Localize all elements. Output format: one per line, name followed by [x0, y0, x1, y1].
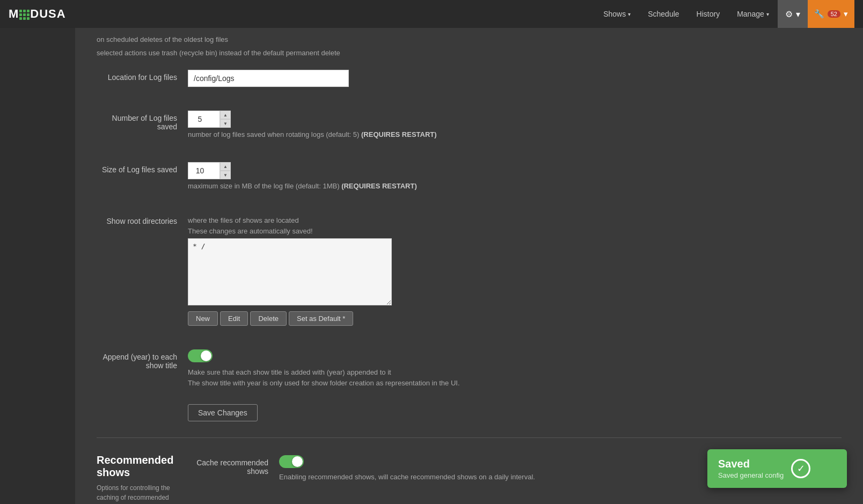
tools-caret: ▾ — [844, 9, 848, 19]
nav-history-label: History — [697, 10, 720, 18]
nav-schedule-label: Schedule — [648, 10, 679, 18]
num-log-files-control: ▲ ▼ number of log files saved when rotat… — [188, 111, 842, 138]
recommended-title: Recommended shows — [97, 454, 177, 479]
top-descriptions: on scheduled deletes of the oldest log f… — [97, 28, 842, 58]
size-log-files-help: maximum size in MB of the log file (defa… — [188, 182, 842, 190]
size-log-help-bold: (REQUIRES RESTART) — [341, 182, 417, 190]
spinner-down[interactable]: ▼ — [220, 119, 231, 128]
num-log-files-wrap: ▲ ▼ — [188, 111, 842, 128]
nav-history[interactable]: History — [688, 0, 729, 28]
cache-recommended-toggle[interactable] — [279, 455, 304, 468]
num-log-help-bold: (REQUIRES RESTART) — [361, 130, 437, 138]
gear-button[interactable]: ⚙ ▾ — [778, 0, 808, 28]
show-root-btn-group: New Edit Delete Set as Default * — [188, 311, 842, 326]
logo-dot-grid — [19, 10, 30, 20]
shows-caret: ▾ — [628, 11, 631, 17]
toast-notification: Saved Saved general config ✓ — [707, 449, 847, 488]
cache-toggle-track — [279, 455, 304, 468]
spinner-up[interactable]: ▲ — [220, 111, 231, 119]
num-log-files-row: Number of Log files saved ▲ ▼ number of … — [97, 104, 842, 145]
save-changes-button[interactable]: Save Changes — [188, 404, 258, 421]
num-log-files-input[interactable] — [188, 111, 220, 128]
append-year-help1: Make sure that each show title is added … — [188, 368, 842, 376]
nav-shows-label: Shows — [603, 10, 626, 18]
append-year-toggle[interactable] — [188, 349, 213, 362]
cache-toggle-thumb — [292, 456, 303, 467]
size-spinner-up[interactable]: ▲ — [220, 162, 231, 171]
num-log-files-spinner: ▲ ▼ — [220, 111, 231, 128]
cache-recommended-label: Cache recommended shows — [188, 455, 279, 476]
wrench-icon: 🔧 — [814, 9, 824, 19]
edit-button[interactable]: Edit — [220, 311, 248, 326]
delete-button[interactable]: Delete — [250, 311, 287, 326]
tools-badge: 52 — [828, 10, 840, 18]
size-log-files-wrap: ▲ ▼ — [188, 162, 842, 179]
toggle-track — [188, 349, 213, 362]
log-location-row: Location for Log files — [97, 63, 842, 93]
toggle-thumb — [201, 350, 211, 361]
section-divider — [97, 437, 842, 438]
gear-icon: ⚙ — [785, 9, 793, 19]
num-log-files-help: number of log files saved when rotating … — [188, 130, 842, 138]
append-year-help2: The show title with year is only used fo… — [188, 379, 842, 387]
nav-schedule[interactable]: Schedule — [639, 0, 688, 28]
show-root-label: Show root directories — [97, 214, 188, 225]
new-button[interactable]: New — [188, 311, 218, 326]
manage-caret: ▾ — [766, 11, 769, 17]
size-log-files-control: ▲ ▼ maximum size in MB of the log file (… — [188, 162, 842, 190]
navbar: M DUSA Shows ▾ Schedule History Manage ▾… — [0, 0, 863, 28]
recommended-desc: Options for controlling the caching of r… — [97, 483, 177, 504]
append-year-label: Append (year) to each show title — [97, 349, 188, 370]
size-log-files-row: Size of Log files saved ▲ ▼ maximum size… — [97, 156, 842, 196]
nav-shows[interactable]: Shows ▾ — [595, 0, 639, 28]
desc-line-2: selected actions use trash (recycle bin)… — [97, 48, 842, 58]
sidebar — [0, 28, 75, 504]
show-root-help1: where the files of shows are located — [188, 216, 842, 224]
gear-caret: ▾ — [796, 9, 800, 19]
log-location-control — [188, 70, 842, 87]
cache-trakt-row: Cache Trakt lists — [188, 498, 842, 504]
tools-button[interactable]: 🔧 52 ▾ — [808, 0, 854, 28]
show-root-control: where the files of shows are located The… — [188, 214, 842, 326]
show-root-row: Show root directories where the files of… — [97, 207, 842, 332]
size-log-files-label: Size of Log files saved — [97, 162, 188, 174]
show-root-help2: These changes are automatically saved! — [188, 227, 842, 235]
brand: M DUSA — [9, 7, 66, 21]
toast-check-icon: ✓ — [791, 459, 810, 478]
nav-manage[interactable]: Manage ▾ — [728, 0, 778, 28]
size-log-files-input[interactable] — [188, 162, 220, 179]
nav-links: Shows ▾ Schedule History Manage ▾ ⚙ ▾ 🔧 … — [595, 0, 854, 28]
toast-subtitle: Saved general config — [718, 471, 784, 479]
num-log-help-text: number of log files saved when rotating … — [188, 130, 359, 138]
size-spinner-down[interactable]: ▼ — [220, 171, 231, 179]
append-year-control: Make sure that each show title is added … — [188, 349, 842, 387]
log-location-label: Location for Log files — [97, 70, 188, 82]
toast-title: Saved — [718, 458, 784, 470]
log-location-input[interactable] — [188, 70, 349, 87]
brand-logo: M DUSA — [9, 7, 66, 21]
size-log-files-spinner: ▲ ▼ — [220, 162, 231, 179]
nav-manage-label: Manage — [737, 10, 764, 18]
desc-line-1: on scheduled deletes of the oldest log f… — [97, 34, 842, 45]
size-log-help-text: maximum size in MB of the log file (defa… — [188, 182, 340, 190]
append-year-row: Append (year) to each show title Make su… — [97, 343, 842, 393]
save-changes-area: Save Changes — [97, 404, 842, 421]
content-area: on scheduled deletes of the oldest log f… — [75, 28, 863, 504]
main-wrapper: on scheduled deletes of the oldest log f… — [0, 28, 863, 504]
set-default-button[interactable]: Set as Default * — [289, 311, 353, 326]
num-log-files-label: Number of Log files saved — [97, 111, 188, 131]
toast-text: Saved Saved general config — [718, 458, 784, 479]
recommended-sidebar-desc: Recommended shows Options for controllin… — [97, 449, 188, 504]
show-root-textarea[interactable]: * / — [188, 238, 392, 305]
